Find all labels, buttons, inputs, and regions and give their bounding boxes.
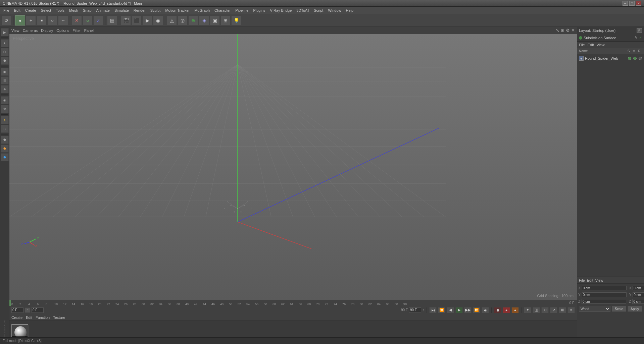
menu-mesh[interactable]: Mesh <box>67 8 80 13</box>
record-active-button[interactable]: ● <box>511 307 519 313</box>
table-row[interactable]: ◈ Round_Spider_Web <box>578 55 643 62</box>
menu-file[interactable]: File <box>1 8 11 13</box>
mat-menu-edit[interactable]: Edit <box>26 316 32 320</box>
layer-button[interactable]: ◫ <box>533 307 540 313</box>
attr-menu-view[interactable]: View <box>595 278 603 282</box>
attr-menu-file[interactable]: File <box>579 278 585 282</box>
menu-tools[interactable]: Tools <box>54 8 66 13</box>
model-mode-button[interactable]: ● <box>15 15 25 25</box>
left-tool-sculpt[interactable]: ◌ <box>1 125 9 133</box>
menu-window[interactable]: Window <box>326 8 343 13</box>
shading-button[interactable]: ◈ <box>199 15 209 25</box>
coord-system-select[interactable]: World Object <box>579 306 610 312</box>
obj-r-dot[interactable] <box>639 57 642 60</box>
post-effect-button[interactable]: ▣ <box>210 15 220 25</box>
vp-close-icon[interactable]: ✕ <box>571 28 575 33</box>
end-frame-input[interactable] <box>409 307 421 313</box>
wireframe-button[interactable]: ◎ <box>178 15 188 25</box>
left-tool-magnet[interactable]: ✿ <box>1 105 9 113</box>
menu-motion-tracker[interactable]: Motion Tracker <box>163 8 192 13</box>
left-tool-spline[interactable]: $ <box>1 116 9 124</box>
menu-vray[interactable]: V-Ray Bridge <box>268 8 294 13</box>
param-button[interactable]: ⊙ <box>541 307 549 313</box>
current-frame-input[interactable] <box>32 307 44 313</box>
more-button[interactable]: ≡ <box>567 307 575 313</box>
mat-menu-function[interactable]: Function <box>36 316 50 320</box>
menu-snap[interactable]: Snap <box>81 8 94 13</box>
menu-render[interactable]: Render <box>132 8 148 13</box>
left-tool-select[interactable]: ▶ <box>1 28 9 36</box>
menu-simulate[interactable]: Simulate <box>112 8 131 13</box>
subdiv-check-icon[interactable]: ✓ <box>639 36 642 40</box>
obj-menu-edit[interactable]: Edit <box>588 43 594 47</box>
menu-3dtoall[interactable]: 3DToAll <box>294 8 311 13</box>
left-tool-snap[interactable]: ⬟ <box>1 136 9 144</box>
menu-select[interactable]: Select <box>39 8 53 13</box>
rotate-mode-button[interactable]: ○ <box>47 15 57 25</box>
z-button[interactable]: Z <box>93 15 103 25</box>
path-button[interactable]: P <box>550 307 557 313</box>
motion-button[interactable]: ✦ <box>524 307 531 313</box>
grid-button[interactable]: ⊞ <box>220 15 231 25</box>
camera-button[interactable]: 🎬 <box>121 15 131 25</box>
left-tool-paint[interactable]: ◉ <box>1 96 9 104</box>
left-tool-timeline[interactable]: ⬟ <box>1 153 9 161</box>
light-button[interactable]: 💡 <box>231 15 241 25</box>
left-tool-poly[interactable]: ▣ <box>1 68 9 76</box>
minimize-button[interactable]: ─ <box>623 1 628 6</box>
start-frame-input[interactable] <box>11 307 23 313</box>
attr-y1-input[interactable] <box>582 292 627 297</box>
vp-menu-view[interactable]: View <box>11 28 19 33</box>
attr-z2-input[interactable] <box>632 299 644 304</box>
obj-v-dot[interactable] <box>633 57 637 60</box>
frame-step-input[interactable]: F <box>25 307 30 313</box>
vp-layout-icon[interactable]: ⊞ <box>561 28 564 33</box>
scale-mode-button[interactable]: ↔ <box>58 15 68 25</box>
texture-button[interactable]: ⊕ <box>188 15 198 25</box>
3d-viewport[interactable]: Y X Z Perspective Grid Spacing : 100 cm <box>9 34 577 300</box>
attr-x2-input[interactable] <box>633 286 644 290</box>
left-tool-move[interactable]: ✦ <box>1 39 9 47</box>
record-button[interactable]: ⏺ <box>494 307 501 313</box>
prev-frame-button[interactable]: ◀ <box>447 307 454 313</box>
left-tool-scene[interactable]: ⬟ <box>1 145 9 153</box>
obj-menu-file[interactable]: File <box>579 43 585 47</box>
left-tool-rotate[interactable]: ⬢ <box>1 57 9 65</box>
menu-help[interactable]: Help <box>344 8 356 13</box>
menu-mograph[interactable]: MoGraph <box>192 8 212 13</box>
scale-button[interactable]: Scale <box>612 306 626 312</box>
play-button[interactable]: ▶ <box>455 307 463 313</box>
mat-menu-create[interactable]: Create <box>11 316 22 320</box>
attr-z1-input[interactable] <box>582 299 626 304</box>
left-tool-edge[interactable]: ☰ <box>1 76 9 84</box>
next-frame-button[interactable]: ▶▶ <box>464 307 472 313</box>
close-button[interactable]: ✕ <box>636 1 641 6</box>
obj-s-dot[interactable] <box>628 57 631 60</box>
obj-menu-view[interactable]: View <box>597 43 605 47</box>
add-button[interactable]: + <box>26 15 36 25</box>
mat-menu-texture[interactable]: Texture <box>53 316 65 320</box>
attr-menu-edit[interactable]: Edit <box>587 278 593 282</box>
menu-edit[interactable]: Edit <box>12 8 22 13</box>
timeline-bar[interactable]: 0 2 4 6 8 10 12 14 16 18 20 22 24 26 28 … <box>9 300 577 306</box>
apply-button[interactable]: Apply <box>628 306 642 312</box>
vp-menu-options[interactable]: Options <box>56 28 69 33</box>
vp-maximize-icon[interactable]: ⤡ <box>556 28 559 33</box>
auto-record-button[interactable]: ● <box>503 307 510 313</box>
render-region-button[interactable]: ▶ <box>142 15 152 25</box>
attr-x1-input[interactable] <box>582 286 627 290</box>
vp-menu-display[interactable]: Display <box>41 28 53 33</box>
prev-keyframe-button[interactable]: ⏪ <box>438 307 445 313</box>
object-mode-button[interactable]: ■ <box>37 15 47 25</box>
python-button[interactable]: P <box>637 28 642 33</box>
vp-menu-filter[interactable]: Filter <box>72 28 81 33</box>
menu-pipeline[interactable]: Pipeline <box>233 8 250 13</box>
menu-character[interactable]: Character <box>212 8 233 13</box>
menu-script[interactable]: Script <box>312 8 325 13</box>
attr-y2-input[interactable] <box>633 292 644 297</box>
render-settings-button[interactable]: ◉ <box>153 15 163 25</box>
menu-plugins[interactable]: Plugins <box>251 8 267 13</box>
left-tool-scale[interactable]: ⬡ <box>1 48 9 56</box>
vp-menu-cameras[interactable]: Cameras <box>23 28 38 33</box>
render-preview-button[interactable]: ▤ <box>107 15 117 25</box>
